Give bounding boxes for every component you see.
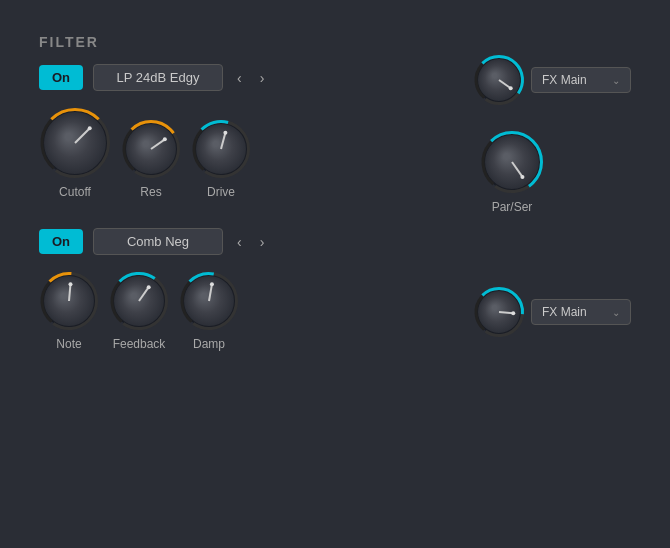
damp-knob[interactable] <box>179 271 239 331</box>
fx-dropdown-1-arrow: ⌄ <box>612 75 620 86</box>
filter-panel: FILTER On LP 24dB Edgy ‹ › Cutoff Res Dr… <box>15 14 655 534</box>
damp-label: Damp <box>193 337 225 351</box>
damp-knob-container: Damp <box>179 271 239 351</box>
fx1-knob[interactable] <box>473 54 525 106</box>
filter2-knobs: Note Feedback Damp <box>39 271 379 351</box>
note-knob[interactable] <box>39 271 99 331</box>
feedback-knob[interactable] <box>109 271 169 331</box>
fx-main-1-container: FX Main ⌄ <box>473 54 631 106</box>
feedback-label: Feedback <box>113 337 166 351</box>
feedback-knob-container: Feedback <box>109 271 169 351</box>
fx-dropdown-2-arrow: ⌄ <box>612 307 620 318</box>
par-ser-knob-container: Par/Ser <box>480 130 544 214</box>
fx-main-1-dropdown[interactable]: FX Main ⌄ <box>531 67 631 93</box>
filter2-on-button[interactable]: On <box>39 229 83 254</box>
filter2-name: Comb Neg <box>93 228 223 255</box>
note-knob-container: Note <box>39 271 99 351</box>
fx-main-2-dropdown[interactable]: FX Main ⌄ <box>531 299 631 325</box>
fx-main-2-container: FX Main ⌄ <box>473 286 631 338</box>
par-ser-label: Par/Ser <box>492 200 533 214</box>
note-label: Note <box>56 337 81 351</box>
par-ser-knob[interactable] <box>480 130 544 194</box>
panel-title: FILTER <box>39 34 631 50</box>
filter2-controls: On Comb Neg ‹ › <box>39 228 379 255</box>
filter2-next-button[interactable]: › <box>256 232 269 252</box>
fx2-knob[interactable] <box>473 286 525 338</box>
filter2-prev-button[interactable]: ‹ <box>233 232 246 252</box>
